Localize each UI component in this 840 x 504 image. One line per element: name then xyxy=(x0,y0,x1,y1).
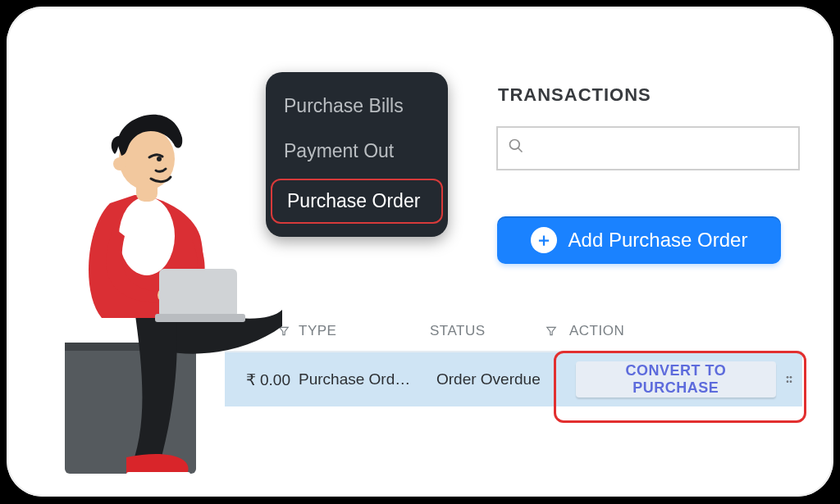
svg-point-12 xyxy=(158,287,174,303)
cell-type: Purchase Ord… xyxy=(299,370,436,388)
search-box[interactable] xyxy=(496,126,800,170)
convert-to-purchase-button[interactable]: CONVERT TO PURCHASE xyxy=(576,361,776,397)
svg-point-0 xyxy=(510,140,520,150)
svg-rect-14 xyxy=(159,269,237,318)
svg-point-13 xyxy=(190,287,207,303)
svg-rect-9 xyxy=(65,343,196,351)
svg-point-19 xyxy=(157,157,162,161)
svg-point-5 xyxy=(789,376,792,379)
add-button-label: Add Purchase Order xyxy=(568,229,748,252)
filter-icon[interactable] xyxy=(545,325,558,337)
transactions-table: TYPE STATUS ACTION ₹ 0.00 Purchase Ord… … xyxy=(225,318,802,406)
table-row[interactable]: ₹ 0.00 Purchase Ord… Order Overdue CONVE… xyxy=(225,351,802,406)
svg-point-17 xyxy=(119,128,175,190)
column-header-action: ACTION xyxy=(569,323,802,339)
table-header-row: TYPE STATUS ACTION xyxy=(225,318,802,351)
search-input[interactable] xyxy=(532,139,788,158)
svg-line-1 xyxy=(518,148,523,152)
svg-point-11 xyxy=(119,197,175,275)
column-header-status: STATUS xyxy=(430,323,486,339)
svg-marker-2 xyxy=(280,327,289,334)
svg-point-4 xyxy=(786,376,788,379)
transactions-heading: TRANSACTIONS xyxy=(498,84,651,106)
search-icon xyxy=(508,138,524,159)
cell-status: Order Overdue xyxy=(436,370,576,388)
svg-marker-3 xyxy=(547,327,556,334)
svg-point-7 xyxy=(789,380,792,383)
column-header-type: TYPE xyxy=(299,323,430,339)
plus-icon: ＋ xyxy=(531,227,557,253)
menu-item-payment-out[interactable]: Payment Out xyxy=(266,129,448,174)
svg-rect-10 xyxy=(126,472,190,480)
cell-action: CONVERT TO PURCHASE xyxy=(576,361,797,397)
purchase-menu: Purchase Bills Payment Out Purchase Orde… xyxy=(266,72,448,237)
filter-icon[interactable] xyxy=(277,325,290,337)
app-card: Purchase Bills Payment Out Purchase Orde… xyxy=(7,7,833,497)
svg-rect-16 xyxy=(136,179,158,202)
svg-rect-8 xyxy=(65,343,196,474)
more-icon[interactable] xyxy=(784,372,797,387)
menu-item-label: Purchase Order xyxy=(272,180,441,222)
cell-amount: ₹ 0.00 xyxy=(225,370,299,389)
svg-point-6 xyxy=(786,380,788,383)
menu-item-purchase-bills[interactable]: Purchase Bills xyxy=(266,84,448,129)
add-purchase-order-button[interactable]: ＋ Add Purchase Order xyxy=(497,216,781,264)
svg-point-18 xyxy=(113,157,126,170)
menu-item-purchase-order[interactable]: Purchase Order xyxy=(271,179,443,224)
